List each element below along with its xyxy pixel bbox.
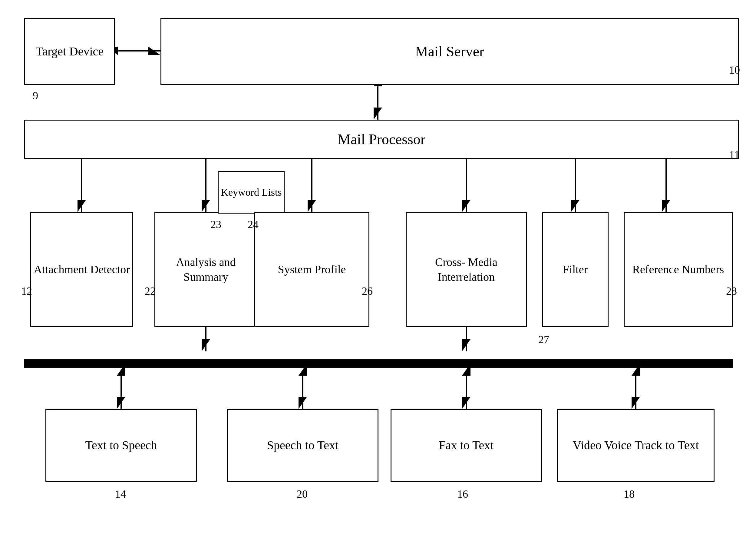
filter-box: Filter (542, 212, 609, 327)
num-10: 10 (729, 64, 740, 76)
num-11: 11 (729, 148, 740, 161)
cross-media-box: Cross- Media Interrelation (406, 212, 527, 327)
text-to-speech-box: Text to Speech (45, 409, 197, 482)
target-device-label: Target Device (36, 44, 104, 59)
video-voice-box: Video Voice Track to Text (557, 409, 715, 482)
analysis-summary-box: Analysis and Summary (154, 212, 257, 327)
cross-media-label: Cross- Media Interrelation (407, 255, 526, 285)
diagram: Target Device 9 Mail Server 10 Mail Proc… (0, 0, 756, 538)
num-14: 14 (115, 488, 126, 501)
num-26: 26 (362, 285, 373, 297)
mail-processor-label: Mail Processor (337, 130, 425, 149)
num-9: 9 (33, 89, 38, 102)
filter-label: Filter (563, 262, 588, 277)
reference-numbers-label: Reference Numbers (632, 262, 724, 277)
thick-bar (24, 359, 733, 368)
fax-to-text-label: Fax to Text (439, 437, 494, 453)
fax-to-text-box: Fax to Text (390, 409, 542, 482)
num-16: 16 (457, 488, 468, 501)
speech-to-text-box: Speech to Text (227, 409, 378, 482)
target-device-box: Target Device (24, 18, 115, 85)
num-20: 20 (297, 488, 308, 501)
system-profile-label: System Profile (278, 262, 346, 277)
num-27: 27 (538, 333, 549, 346)
num-18: 18 (624, 488, 634, 501)
attachment-detector-box: Attachment Detector (30, 212, 133, 327)
keyword-lists-label: Keyword Lists (221, 186, 281, 199)
num-23: 23 (210, 218, 221, 231)
video-voice-label: Video Voice Track to Text (573, 437, 699, 453)
reference-numbers-box: Reference Numbers (624, 212, 733, 327)
attachment-detector-label: Attachment Detector (33, 262, 130, 277)
mail-server-box: Mail Server (161, 18, 739, 85)
mail-processor-box: Mail Processor (24, 120, 739, 159)
num-28: 28 (726, 285, 737, 297)
speech-to-text-label: Speech to Text (267, 437, 338, 453)
keyword-lists-box: Keyword Lists (218, 171, 284, 214)
system-profile-box: System Profile (254, 212, 369, 327)
num-24: 24 (248, 218, 259, 231)
text-to-speech-label: Text to Speech (85, 437, 157, 453)
num-22: 22 (145, 285, 156, 297)
mail-server-label: Mail Server (415, 42, 484, 61)
num-12: 12 (21, 285, 32, 297)
analysis-summary-label: Analysis and Summary (155, 255, 256, 285)
